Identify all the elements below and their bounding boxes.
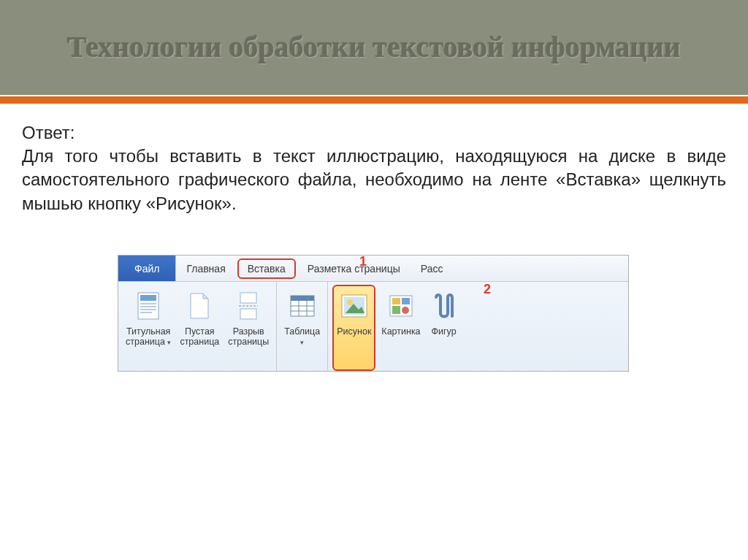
cover-page-button[interactable]: Титульная страница ▾ — [121, 285, 175, 371]
shapes-label: Фигур — [432, 327, 457, 337]
tab-page-layout[interactable]: Разметка страницы — [297, 256, 411, 281]
group-illustrations: Рисунок Картинка — [328, 282, 465, 371]
picture-label: Рисунок — [337, 327, 371, 337]
slide-header: Технологии обработки текстовой информаци… — [0, 0, 748, 95]
svg-rect-9 — [240, 309, 256, 319]
group-pages: Титульная страница ▾ Пустая — [118, 282, 277, 371]
clipart-button[interactable]: Картинка — [377, 285, 424, 371]
shapes-icon — [430, 289, 459, 323]
tab-mailings[interactable]: Расс — [411, 256, 454, 281]
clipart-icon — [386, 289, 416, 323]
svg-rect-4 — [140, 309, 156, 310]
slide-title: Технологии обработки текстовой информаци… — [67, 31, 681, 64]
svg-rect-5 — [140, 312, 152, 313]
page-break-label: Разрыв страницы — [228, 327, 269, 348]
picture-icon — [340, 289, 369, 323]
annotation-2: 2 — [484, 282, 491, 297]
cover-page-icon — [134, 289, 163, 323]
tab-file[interactable]: Файл — [118, 256, 176, 281]
word-ribbon: 1 2 Файл Главная Вставка Разметка страни… — [118, 255, 629, 372]
table-icon — [288, 289, 317, 323]
blank-page-button[interactable]: Пустая страница — [175, 285, 224, 371]
svg-rect-23 — [402, 298, 410, 304]
page-break-icon — [234, 289, 263, 323]
chevron-down-icon: ▾ — [167, 339, 171, 346]
ribbon-tabs: Файл Главная Вставка Разметка страницы Р… — [118, 256, 628, 282]
group-tables: Таблица ▾ — [277, 282, 328, 371]
page-break-button[interactable]: Разрыв страницы — [224, 285, 273, 371]
picture-button[interactable]: Рисунок — [332, 285, 375, 371]
ribbon-groups: Титульная страница ▾ Пустая — [118, 282, 628, 371]
svg-rect-1 — [140, 295, 156, 301]
answer-label: Ответ: — [22, 123, 726, 143]
svg-rect-2 — [140, 303, 156, 304]
svg-rect-8 — [240, 293, 256, 303]
svg-marker-7 — [203, 294, 208, 299]
svg-rect-24 — [392, 306, 400, 314]
clipart-label: Картинка — [381, 327, 420, 337]
svg-point-19 — [347, 299, 353, 305]
annotation-1: 1 — [359, 254, 367, 269]
slide-content: Ответ: Для того чтобы вставить в текст и… — [0, 105, 748, 389]
svg-point-25 — [402, 307, 409, 314]
cover-page-label: Титульная страница ▾ — [126, 327, 171, 348]
svg-rect-12 — [291, 296, 314, 301]
blank-page-label: Пустая страница — [180, 327, 219, 348]
table-button[interactable]: Таблица ▾ — [280, 285, 324, 371]
accent-bar — [0, 95, 748, 105]
tab-home[interactable]: Главная — [176, 256, 235, 281]
shapes-button[interactable]: Фигур — [425, 285, 463, 371]
svg-rect-3 — [140, 306, 156, 307]
svg-rect-22 — [392, 298, 400, 304]
tab-insert[interactable]: Вставка — [237, 258, 296, 279]
answer-text: Для того чтобы вставить в текст иллюстра… — [22, 145, 726, 215]
table-label: Таблица ▾ — [284, 327, 320, 348]
blank-page-icon — [185, 289, 214, 323]
ribbon-figure: 1 2 Файл Главная Вставка Разметка страни… — [118, 255, 630, 372]
chevron-down-icon: ▾ — [300, 339, 304, 346]
